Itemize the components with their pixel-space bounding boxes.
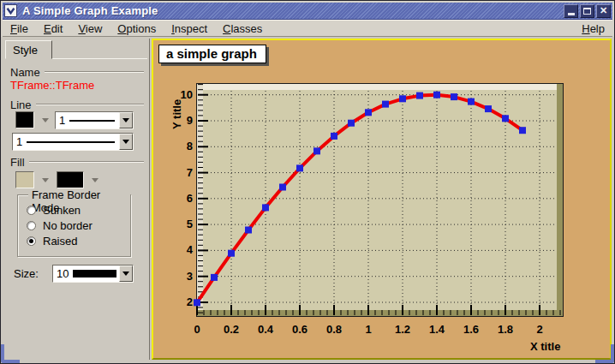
x-tick-label: 2 (522, 323, 557, 336)
y-tick-label: 10 (157, 88, 193, 101)
y-tick-label: 5 (157, 218, 193, 230)
minimize-icon (568, 13, 575, 15)
x-tick-label: 1.2 (385, 323, 420, 336)
line-width-value: 1 (16, 135, 22, 148)
minimize-button[interactable] (564, 4, 578, 18)
menu-inspect[interactable]: Inspect (164, 21, 215, 37)
window-menu-icon[interactable] (4, 4, 17, 17)
size-preview-bar (73, 270, 116, 277)
size-label: Size: (14, 267, 39, 280)
menu-items-right: Help (574, 21, 612, 37)
line-divider (36, 104, 144, 105)
fill-label: Fill (10, 156, 25, 169)
line-section-header: Line (10, 98, 144, 110)
line-color-swatch[interactable] (15, 111, 34, 128)
y-tick-label: 6 (157, 192, 193, 205)
menu-edit[interactable]: Edit (36, 21, 70, 37)
data-marker[interactable] (194, 299, 200, 306)
size-dropdown-icon[interactable] (119, 266, 133, 282)
y-tick-label: 2 (157, 295, 193, 308)
line-width-dropdown-icon[interactable] (119, 134, 133, 150)
radio-label: Raised (43, 235, 77, 248)
y-tick-label: 4 (157, 243, 193, 256)
close-icon: ✕ (600, 6, 607, 15)
line-style-dropdown-icon[interactable] (119, 112, 133, 128)
data-marker[interactable] (382, 101, 389, 108)
data-marker[interactable] (502, 115, 509, 122)
y-tick-label: 9 (157, 114, 193, 127)
line-style-value: 1 (59, 114, 65, 127)
style-editor-panel: Style Name TFrame::TFrame Line 1 1 (3, 39, 150, 360)
size-combobox[interactable]: 10 (52, 265, 134, 283)
title-bar[interactable]: A Simple Graph Example ✕ (3, 3, 612, 20)
data-marker[interactable] (451, 93, 457, 100)
maximize-button[interactable] (580, 4, 594, 18)
menu-bar: FileEditViewOptionsInspectClasses Help (3, 20, 612, 37)
data-marker[interactable] (331, 133, 337, 140)
line-width-combobox[interactable]: 1 (12, 133, 134, 151)
radio-icon (27, 206, 36, 215)
maximize-icon (583, 8, 591, 15)
fill-color-swatch[interactable] (15, 171, 34, 188)
data-marker[interactable] (279, 184, 286, 191)
line-style-preview (69, 120, 115, 122)
x-tick-label: 0 (180, 323, 214, 336)
radio-icon (27, 221, 36, 230)
radio-raised[interactable]: Raised (27, 235, 77, 248)
data-marker[interactable] (416, 92, 423, 99)
x-tick-label: 0.8 (317, 323, 351, 336)
menu-options[interactable]: Options (110, 21, 164, 37)
x-tick-label: 1.4 (420, 323, 454, 336)
radio-icon (27, 236, 36, 246)
x-tick-label: 0.4 (248, 323, 283, 336)
line-color-dropdown-icon[interactable] (39, 111, 51, 128)
name-section-header: Name (10, 66, 144, 78)
close-button[interactable]: ✕ (596, 4, 611, 18)
plot-frame[interactable] (197, 84, 563, 316)
name-label: Name (10, 66, 40, 79)
size-value: 10 (57, 267, 69, 280)
data-marker[interactable] (313, 147, 320, 154)
line-style-combobox[interactable]: 1 (55, 111, 134, 129)
data-marker[interactable] (468, 98, 475, 105)
y-tick-label: 8 (157, 140, 193, 152)
data-marker[interactable] (245, 227, 252, 234)
menu-items: FileEditViewOptionsInspectClasses (3, 21, 270, 37)
x-tick-label: 1.6 (454, 323, 488, 336)
menu-classes[interactable]: Classes (215, 21, 270, 37)
data-marker[interactable] (262, 204, 269, 211)
graph-title[interactable]: a simple graph (158, 45, 266, 63)
resize-grip-bottom-left[interactable] (1, 344, 20, 363)
tab-style[interactable]: Style (5, 40, 52, 59)
data-marker[interactable] (519, 127, 526, 134)
fill-color-dropdown-icon[interactable] (39, 171, 51, 188)
plot-svg (197, 84, 563, 316)
canvas-area[interactable]: a simple graph Y title X title 00.20.40.… (152, 39, 612, 360)
radio-no-border[interactable]: No border (27, 219, 93, 232)
data-marker[interactable] (228, 250, 235, 257)
x-tick-label: 0.2 (214, 323, 248, 336)
data-marker[interactable] (348, 120, 355, 127)
fill-pattern-swatch[interactable] (57, 171, 84, 188)
root-window: A Simple Graph Example ✕ FileEditViewOpt… (0, 0, 615, 364)
tab-divider (52, 58, 147, 59)
x-axis-title[interactable]: X title (530, 340, 560, 353)
data-marker[interactable] (211, 274, 218, 281)
data-marker[interactable] (365, 109, 372, 116)
menu-file[interactable]: File (3, 21, 36, 37)
menu-view[interactable]: View (70, 21, 110, 37)
data-marker[interactable] (485, 105, 492, 112)
menu-help[interactable]: Help (574, 21, 612, 37)
data-marker[interactable] (433, 92, 440, 98)
y-tick-label: 7 (157, 166, 193, 179)
line-width-preview (27, 141, 115, 143)
y-tick-label: 3 (157, 270, 193, 283)
frame-border-mode-groupbox: Frame Border Mode SunkenNo borderRaised (17, 194, 131, 257)
data-marker[interactable] (296, 164, 303, 171)
radio-sunken[interactable]: Sunken (27, 204, 81, 217)
resize-grip-bottom-right[interactable] (595, 344, 614, 363)
fill-pattern-dropdown-icon[interactable] (89, 171, 100, 188)
x-tick-label: 1.8 (488, 323, 522, 336)
data-marker[interactable] (399, 95, 406, 102)
x-tick-label: 0.6 (283, 323, 317, 336)
